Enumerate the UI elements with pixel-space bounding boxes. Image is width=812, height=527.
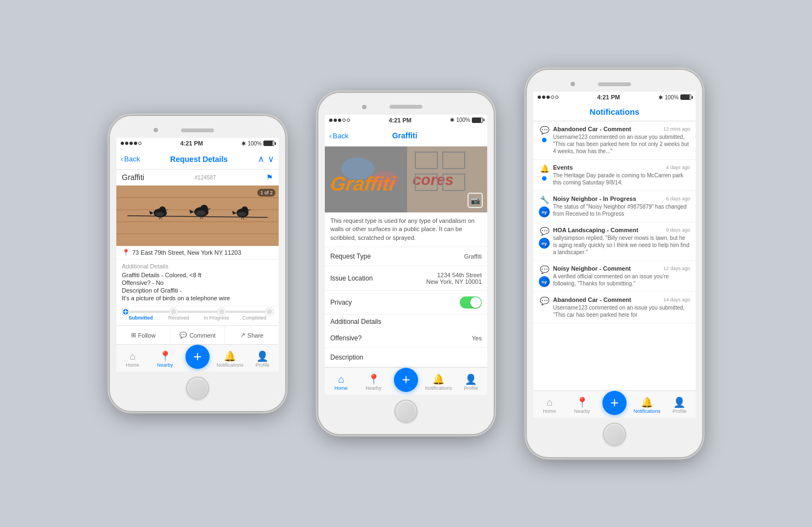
notif-title-2: Events [553, 164, 573, 171]
issue-location-label: Issue Location [330, 274, 373, 282]
bluetooth-icon-2: ✱ [450, 117, 454, 123]
step-inprogress-dot [218, 308, 225, 316]
progress-dots [122, 308, 273, 316]
follow-button[interactable]: ⊞ Follow [116, 326, 171, 344]
phones-container: 4:21 PM ✱ 100% ‹ Back Request Details [88, 48, 724, 479]
signal-dots-3 [538, 96, 559, 99]
home-button-1[interactable] [186, 377, 209, 400]
tab-bar-2: ⌂ Home 📍 Nearby + 🔔 Notifications [325, 367, 487, 395]
nav-up-arrow[interactable]: ∧ [258, 154, 264, 164]
notif-text-4: sallysimpson replied, "Billy never mows … [553, 234, 690, 256]
phone-2-bottom [325, 395, 487, 428]
action-buttons: ⊞ Follow 💬 Comment ↗ Share [116, 326, 279, 344]
notif-header-1: Abandoned Car - Comment 12 mins ago [553, 126, 690, 132]
tab-nearby-1[interactable]: 📍 Nearby [149, 349, 181, 368]
follow-label: Follow [138, 332, 156, 339]
notif-text-2: The Heritage Day parade is coming to McC… [553, 172, 690, 186]
step-label-completed: Completed [235, 315, 273, 321]
notif-header-6: Abandoned Car - Comment 14 days ago [553, 296, 690, 303]
details-header: Additional Details [122, 263, 273, 270]
graffiti-image[interactable]: Graffiti cores 📷 [325, 147, 487, 212]
nav-down-arrow[interactable]: ∨ [268, 154, 274, 164]
step-received-dot [170, 308, 177, 316]
tab-profile-2[interactable]: 👤 Profile [455, 372, 487, 391]
privacy-toggle[interactable] [460, 296, 482, 309]
p2-content: Graffiti cores 📷 [325, 147, 487, 367]
status-bar-3: 4:21 PM ✱ 100% [533, 92, 696, 103]
back-button-1[interactable]: ‹ Back [121, 155, 140, 163]
notif-item-6[interactable]: 💬 Abandoned Car - Comment 14 days ago Us… [533, 292, 696, 323]
tab-profile-1[interactable]: 👤 Profile [246, 349, 279, 368]
follow-icon: ⊞ [131, 332, 136, 339]
phone-2-top [325, 99, 487, 115]
notif-header-4: HOA Landscaping - Comment 9 days ago [553, 227, 690, 233]
notif-title-1: Abandoned Car - Comment [553, 126, 631, 132]
tab-home-1[interactable]: ⌂ Home [116, 349, 149, 368]
tab-home-3[interactable]: ⌂ Home [533, 395, 566, 414]
speaker-3 [598, 82, 631, 86]
chevron-left-icon-1: ‹ [121, 155, 123, 163]
notif-item-1[interactable]: 💬 Abandoned Car - Comment 12 mins ago Us… [533, 121, 696, 160]
plus-button-3[interactable]: + [602, 391, 627, 415]
nav-right-1: ∧ ∨ [258, 154, 274, 164]
tab-plus-3[interactable]: + [598, 394, 630, 415]
notif-title-5: Noisy Neighbor - Comment [553, 265, 631, 272]
description-field: Description [325, 348, 487, 367]
notification-list: 💬 Abandoned Car - Comment 12 mins ago Us… [533, 121, 696, 390]
tab-plus-1[interactable]: + [181, 348, 213, 369]
toggle-circle [470, 297, 481, 308]
tab-plus-2[interactable]: + [390, 371, 422, 392]
notif-item-3[interactable]: 🔧 ny Noisy Neighbor - In Progress 6 days… [533, 191, 696, 222]
tab-nearby-2[interactable]: 📍 Nearby [357, 372, 390, 391]
battery-icon-2 [472, 117, 483, 123]
tab-home-2[interactable]: ⌂ Home [325, 372, 357, 391]
tab-bar-1: ⌂ Home 📍 Nearby + 🔔 Notifications [116, 344, 279, 372]
battery-icon-3 [680, 94, 691, 100]
back-button-2[interactable]: ‹ Back [329, 132, 348, 140]
notif-header-5: Noisy Neighbor - Comment 12 days ago [553, 265, 690, 272]
flag-icon[interactable]: ⚑ [266, 173, 273, 182]
tab-profile-3[interactable]: 👤 Profile [663, 395, 696, 414]
tab-nearby-3[interactable]: 📍 Nearby [566, 395, 598, 414]
camera-icon-2[interactable]: 📷 [467, 193, 483, 208]
detail-line-3: Description of Graffiti - [122, 287, 273, 294]
svg-point-34 [371, 171, 399, 188]
notif-avatar-4: ny [539, 238, 550, 249]
phone-2-screen: 4:21 PM ✱ 100% ‹ Back Graffiti [325, 115, 487, 395]
notif-comment-icon-6: 💬 [540, 296, 549, 305]
status-right-1: ✱ 100% [241, 141, 274, 147]
step-label-received: Received [160, 315, 198, 321]
share-button[interactable]: ↗ Share [225, 326, 279, 344]
notif-item-4[interactable]: 💬 ny HOA Landscaping - Comment 9 days ag… [533, 222, 696, 261]
plus-button-2[interactable]: + [394, 368, 418, 392]
notif-comment-icon-1: 💬 [540, 126, 549, 134]
issue-header: Graffiti #124587 ⚑ [116, 170, 279, 186]
notif-body-1: Abandoned Car - Comment 12 mins ago User… [553, 126, 690, 155]
home-button-3[interactable] [603, 423, 626, 446]
tab-notifications-2[interactable]: 🔔 Notifications [422, 372, 455, 391]
dot3-4 [551, 96, 554, 99]
tab-notifications-3[interactable]: 🔔 Notifications [631, 395, 663, 414]
notif-time-6: 14 days ago [663, 297, 690, 302]
dot5 [138, 142, 142, 145]
offensive-label: Offensive? [330, 334, 362, 342]
dot2-5 [347, 119, 350, 122]
step-label-inprogress: In Progress [198, 315, 235, 321]
plus-button-1[interactable]: + [185, 345, 210, 369]
issue-location-field: Issue Location 1234 54th StreetNew York,… [325, 266, 487, 291]
svg-point-33 [341, 158, 374, 180]
status-time-3: 4:21 PM [597, 94, 620, 100]
address-text: 73 East 79th Street, New York NY 11203 [132, 249, 241, 256]
notif-text-1: Username123 commented on an issue you su… [553, 133, 690, 155]
dot3 [129, 142, 133, 145]
dot2-3 [338, 119, 341, 122]
notif-item-5[interactable]: 💬 ny Noisy Neighbor - Comment 12 days ag… [533, 261, 696, 292]
home-button-2[interactable] [394, 400, 418, 423]
detail-line-2: Offensive? - No [122, 279, 273, 286]
nav-bar-2: ‹ Back Graffiti [325, 126, 487, 147]
comment-button[interactable]: 💬 Comment [171, 326, 225, 344]
tab-notifications-1[interactable]: 🔔 Notifications [214, 349, 246, 368]
notif-item-2[interactable]: 🔔 Events 4 days ago The Heritage Day par… [533, 160, 696, 191]
profile-icon-1: 👤 [256, 351, 268, 361]
issue-image-1[interactable]: 1 of 2 [116, 186, 279, 246]
